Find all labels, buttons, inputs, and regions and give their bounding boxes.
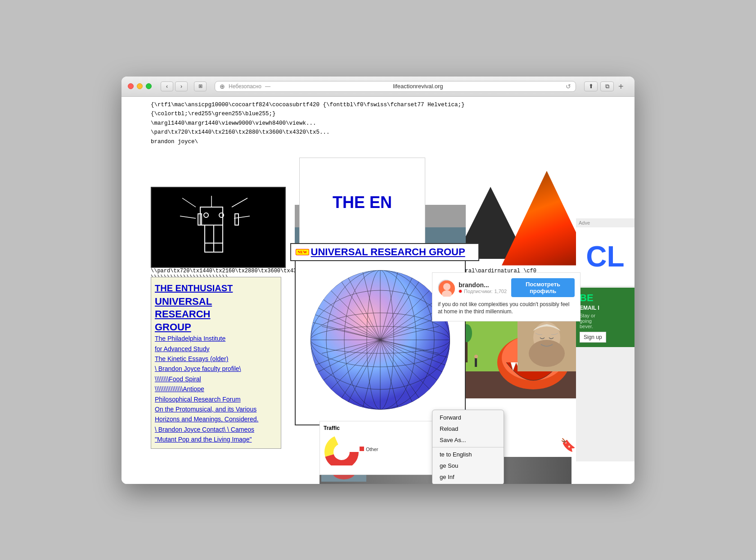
browser-window: ‹ › ⊞ ⊕ Небезопасно — lifeactionrevival.… xyxy=(122,77,634,484)
svg-rect-2 xyxy=(235,214,238,225)
svg-rect-4 xyxy=(214,225,223,243)
context-menu-saveas[interactable]: Save As... xyxy=(432,434,504,446)
sidebar-protomusical-link[interactable]: On the Protomusical, and its Various Hor… xyxy=(155,404,277,425)
nav-buttons: ‹ › xyxy=(161,81,188,91)
ad-bev-block[interactable]: BE EMAIL I Stay or going bever. Sign up xyxy=(576,288,634,347)
svg-rect-3 xyxy=(205,225,214,243)
svg-point-47 xyxy=(443,283,450,290)
profile-name: brandon... xyxy=(459,281,507,289)
context-menu-source[interactable]: ge Sou xyxy=(432,460,504,471)
context-menu-reload[interactable]: Reload xyxy=(432,423,504,434)
ad-cla-block[interactable]: CL xyxy=(576,227,634,286)
toolbar-right: ⬆ ⧉ + xyxy=(584,81,628,91)
profile-bio: if you do not like complexities you coul… xyxy=(438,301,575,316)
traffic-lights xyxy=(128,83,152,89)
ad-cla-text: CL xyxy=(586,242,624,271)
add-tab-icon: ⊕ xyxy=(220,83,225,90)
ad-panel: Adve CL BE EMAIL I Stay or going bever. … xyxy=(576,218,634,461)
sidebar-enthusiast-link[interactable]: THE ENTHUSIAST xyxy=(155,281,277,295)
follow-button[interactable]: Посмотреть профиль xyxy=(511,278,575,297)
profile-avatar xyxy=(438,280,454,296)
svg-point-64 xyxy=(529,340,565,367)
sidebar-contact-link[interactable]: \ Brandon Joyce Contact\ \ Cameos xyxy=(155,425,277,434)
sidebar-kinetic-link[interactable]: The Kinetic Essays (older) xyxy=(155,354,277,364)
context-menu-translate[interactable]: te to English xyxy=(432,449,504,460)
ad-email-line: EMAIL I xyxy=(580,305,631,311)
enthusiast-panel: THE EN xyxy=(299,158,425,248)
context-menu-forward[interactable]: Forward xyxy=(432,412,504,423)
traffic-title: Traffic xyxy=(324,425,441,431)
copy-button[interactable]: ⧉ xyxy=(600,81,614,91)
sidebar-forum-link[interactable]: Philosophical Research Forum xyxy=(155,394,277,404)
sketch-image xyxy=(151,187,286,268)
svg-rect-56 xyxy=(475,358,477,367)
avatar-svg xyxy=(439,280,455,297)
titlebar: ‹ › ⊞ ⊕ Небезопасно — lifeactionrevival.… xyxy=(122,77,634,97)
rtf-line-4: brandon joyce\ xyxy=(151,137,572,147)
robot-sketch-svg xyxy=(160,194,277,261)
sidebar-mutant-pop-link[interactable]: "Mutant Pop and the Living Image" xyxy=(155,434,277,444)
context-menu: Forward Reload Save As... te to English … xyxy=(432,410,504,484)
live-indicator xyxy=(459,289,462,293)
rtf-line-3: \pard\tx720\tx1440\tx2160\tx2880\tx3600\… xyxy=(151,128,572,137)
browser-content: {\rtf1\mac\ansicpg10000\cocoartf824\coco… xyxy=(122,97,634,484)
ad-bev-line: bever. xyxy=(580,324,631,329)
rtf-code-top: {\rtf1\mac\ansicpg10000\cocoartf824\coco… xyxy=(151,100,572,147)
ad-header-label: Adve xyxy=(576,218,634,227)
profile-subscribers-label: Подписчики: xyxy=(464,289,493,294)
new-badge: NEW xyxy=(296,249,309,255)
svg-line-13 xyxy=(234,216,250,218)
address-bar[interactable]: ⊕ Небезопасно — lifeactionrevival.org ↺ xyxy=(215,81,576,92)
ad-stay-line: Stay or xyxy=(580,313,631,318)
profile-subscribers-count: 1,702 xyxy=(495,289,507,294)
traffic-panel: Traffic Other xyxy=(320,421,446,475)
context-menu-inspect[interactable]: ge Inf xyxy=(432,471,504,483)
sidebar-antiope-link[interactable]: \\\\\\\\\\\\\\\\Antiope xyxy=(155,384,277,394)
sidebar-faculty-link[interactable]: \ Brandon Joyce faculty profile\ xyxy=(155,364,277,374)
sidebar-food-spiral-link[interactable]: \\\\\\\\Food Spiral xyxy=(155,374,277,384)
rtf-line-2: \margl1440\margr1440\vieww9000\viewh8400… xyxy=(151,119,572,128)
sidebar-philadelphia-link[interactable]: The Philadelphia Institutefor Advanced S… xyxy=(155,334,277,354)
sidebar-nav: THE ENTHUSIAST UNIVERSALRESEARCHGROUP Th… xyxy=(151,277,281,449)
svg-text:Other: Other xyxy=(366,447,378,452)
minimize-button[interactable] xyxy=(137,83,143,89)
sidebar-button[interactable]: ⊞ xyxy=(194,81,207,91)
urg-overlay: NEW UNIVERSAL RESEARCH GROUP xyxy=(290,243,479,261)
ad-signup-button[interactable]: Sign up xyxy=(580,332,606,343)
bookmark-icon[interactable]: 🔖 xyxy=(560,438,576,452)
security-label: Небезопасно xyxy=(229,83,261,90)
ad-bev-title: BE xyxy=(580,292,631,304)
new-tab-button[interactable]: + xyxy=(618,81,628,91)
svg-line-9 xyxy=(182,198,196,207)
sidebar-urg-link[interactable]: UNIVERSALRESEARCHGROUP xyxy=(155,295,277,334)
svg-line-12 xyxy=(180,216,196,218)
profile-info: brandon... Подписчики: 1,702 xyxy=(459,281,507,294)
dash-separator: — xyxy=(265,83,270,90)
back-button[interactable]: ‹ xyxy=(161,81,173,91)
share-button[interactable]: ⬆ xyxy=(584,81,598,91)
rtf-line-1: {\rtf1\mac\ansicpg10000\cocoartf824\coco… xyxy=(151,100,572,119)
context-menu-divider xyxy=(432,447,504,447)
urg-title: UNIVERSAL RESEARCH GROUP xyxy=(311,246,465,258)
close-button[interactable] xyxy=(128,83,134,89)
url-text: lifeactionrevival.org xyxy=(274,83,562,90)
svg-line-10 xyxy=(232,198,248,207)
profile-header: brandon... Подписчики: 1,702 Посмотреть … xyxy=(438,278,575,297)
svg-rect-67 xyxy=(360,447,364,451)
svg-point-57 xyxy=(474,355,478,358)
forward-button[interactable]: › xyxy=(175,81,188,91)
traffic-chart-svg: Other xyxy=(324,434,423,465)
profile-panel: brandon... Подписчики: 1,702 Посмотреть … xyxy=(432,272,580,322)
svg-point-7 xyxy=(204,213,208,217)
svg-rect-5 xyxy=(205,243,214,252)
ad-going-line: going xyxy=(580,318,631,324)
reload-icon[interactable]: ↺ xyxy=(566,83,571,90)
maximize-button[interactable] xyxy=(146,83,152,89)
enthusiast-title: THE EN xyxy=(333,193,392,212)
svg-rect-6 xyxy=(214,243,223,252)
